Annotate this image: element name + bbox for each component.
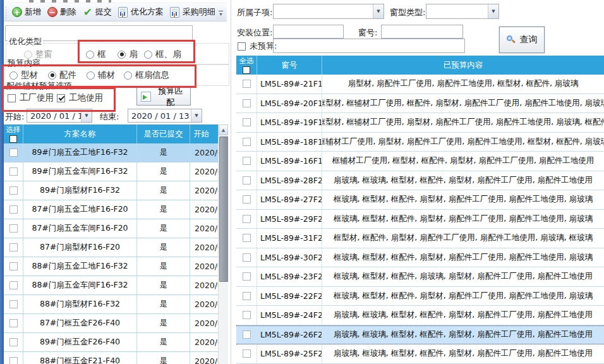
chevron-down-icon[interactable]: ▼: [373, 4, 384, 18]
plan-row[interactable]: 89#门扇型材F16-F32是2020/0: [4, 181, 218, 200]
window-row-select-cell: [236, 306, 257, 325]
row-checkbox[interactable]: [9, 338, 18, 346]
radio-option-auxiliary[interactable]: 辅材: [87, 70, 115, 81]
window-type-combo[interactable]: ▼: [426, 4, 499, 19]
window-row[interactable]: LM5L-89#-26F24扇玻璃, 框玻璃, 框型材, 框配件, 扇型材, 扇…: [236, 325, 604, 345]
radio-option-sash[interactable]: 扇: [118, 49, 138, 60]
row-checkbox[interactable]: [9, 243, 18, 252]
window-row[interactable]: LM5L-89#-16F15框辅材工厂使用, 框型材, 框配件, 扇型材, 扇配…: [236, 152, 604, 171]
plan-row[interactable]: 88#门扇五金工地F16-F32是2020/0: [4, 257, 218, 276]
window-row[interactable]: LM5L-89#-18F16框辅材工厂使用, 扇型材, 扇配件工厂使用, 扇配件…: [236, 133, 604, 152]
chevron-down-icon[interactable]: ▼: [191, 109, 202, 122]
budgeted-content-cell: 扇玻璃, 框玻璃, 框型材, 框配件, 扇型材, 扇配件工厂使用, 扇配件工地使…: [322, 326, 604, 344]
radio-option-frame-sash[interactable]: 框、扇: [144, 49, 181, 60]
start-date-picker[interactable]: 2020 / 01 / 1 ▼: [27, 109, 92, 123]
plan-row[interactable]: 89#门框五金F26-F40是2020/0: [4, 333, 218, 352]
row-checkbox[interactable]: [243, 234, 251, 242]
window-row[interactable]: LM5L-89#-25F23扇玻璃, 框玻璃, 框型材, 框配件, 扇型材, 扇…: [236, 344, 604, 364]
sub-item-combo[interactable]: ▼: [273, 4, 384, 19]
scroll-up-icon[interactable]: ▲: [219, 124, 228, 135]
row-checkbox[interactable]: [9, 224, 18, 233]
row-checkbox[interactable]: [243, 292, 251, 300]
budget-match-button[interactable]: 预算匹配: [136, 87, 191, 106]
window-row[interactable]: LM5L-89#-21F19扇型材, 扇配件工厂使用, 扇配件工地使用, 框型材…: [236, 75, 604, 94]
row-checkbox[interactable]: [243, 118, 251, 126]
window-row[interactable]: LM5L-89#-29F27框玻璃, 框型材, 框配件, 扇型材, 扇配件工厂使…: [236, 210, 604, 229]
delete-button[interactable]: − 删除: [45, 4, 79, 20]
plan-row[interactable]: 87#门框五金F26-F40是2020/0: [4, 314, 218, 333]
toolbar-overflow-button[interactable]: ▼: [216, 8, 226, 20]
row-checkbox[interactable]: [243, 215, 251, 223]
optimize-plan-button[interactable]: 优化方案: [116, 4, 166, 20]
plan-row[interactable]: 87#门扇五金工地F16-F20是2020/0: [4, 200, 218, 219]
window-row[interactable]: LM5L-89#-22F20框玻璃, 框型材, 框配件, 扇型材, 扇配件工厂使…: [236, 287, 604, 306]
row-checkbox[interactable]: [243, 253, 251, 262]
end-date-picker[interactable]: 2020 / 01 / 13 ▼: [128, 109, 202, 123]
window-row[interactable]: LM5L-89#-28F26扇玻璃, 框玻璃, 框型材, 框配件, 扇型材, 扇…: [236, 171, 604, 191]
submit-button[interactable]: ✔ 提交: [80, 4, 114, 20]
window-no-input[interactable]: [381, 25, 463, 39]
row-checkbox[interactable]: [243, 176, 251, 185]
row-checkbox[interactable]: [243, 311, 251, 319]
budgeted-content-cell: 框型材, 框配件, 扇型材, 扇配件工厂使用, 扇配件工地使用, 扇玻璃, 框玻…: [322, 229, 604, 248]
add-button[interactable]: + 新增: [9, 4, 44, 20]
row-checkbox[interactable]: [9, 281, 18, 289]
plan-row[interactable]: 87#门扇型材F16-F20是2020/0: [4, 238, 218, 257]
row-checkbox[interactable]: [243, 138, 251, 146]
row-checkbox[interactable]: [243, 80, 251, 88]
row-checkbox[interactable]: [9, 167, 18, 176]
row-checkbox[interactable]: [243, 195, 251, 203]
window-row[interactable]: LM5L-89#-20F18框型材, 框辅材工厂使用, 框配件, 扇型材, 扇配…: [236, 94, 604, 114]
row-checkbox[interactable]: [9, 262, 18, 270]
plan-row-select-cell: [4, 200, 23, 219]
checkbox-factory-use[interactable]: 工厂使用: [8, 92, 54, 104]
row-checkbox[interactable]: [243, 272, 251, 281]
radio-option-profile[interactable]: 型材: [9, 70, 38, 81]
row-checkbox[interactable]: [243, 349, 251, 358]
checkbox-no-budget[interactable]: 未预算:: [238, 40, 277, 52]
window-row[interactable]: LM5L-89#-23F21框玻璃, 框型材, 框配件, 扇玻璃, 扇型材, 扇…: [236, 267, 604, 287]
radio-option-accessory[interactable]: 配件: [48, 70, 76, 81]
chevron-down-icon[interactable]: ▼: [81, 109, 92, 122]
plan-row[interactable]: 89#门扇五金车间F16-F32是2020/0: [4, 162, 218, 181]
window-row[interactable]: LM5L-89#-27F25框玻璃, 框型材, 框配件, 扇型材, 扇配件工厂使…: [236, 190, 604, 210]
select-all-checkbox[interactable]: [243, 66, 250, 74]
window-row[interactable]: LM5L-89#-30F28框玻璃, 框型材, 框配件, 扇型材, 扇配件工厂使…: [236, 248, 604, 268]
plan-header-start[interactable]: 开始: [190, 124, 218, 143]
plan-row[interactable]: 88#门扇型材F16-F32是2020/0: [4, 295, 218, 314]
window-row[interactable]: LM5L-89#-31F29框型材, 框配件, 扇型材, 扇配件工厂使用, 扇配…: [236, 229, 604, 248]
radio-option-frame-sash-info[interactable]: 框扇信息: [124, 70, 169, 81]
row-checkbox[interactable]: [243, 157, 251, 165]
plan-header-submitted[interactable]: 是否已提交: [137, 124, 190, 143]
row-checkbox[interactable]: [243, 331, 251, 339]
plan-table-scrollbar[interactable]: ▲: [218, 124, 228, 364]
query-button[interactable]: 查询: [499, 27, 545, 53]
checkbox-site-use[interactable]: 工地使用: [57, 92, 103, 104]
plan-row[interactable]: 88#门框五金F21-F40是2020/0: [4, 352, 218, 364]
row-checkbox[interactable]: [9, 205, 18, 214]
row-checkbox[interactable]: [9, 300, 18, 308]
toolbar-grip-handle[interactable]: [6, 6, 6, 18]
radio-option-whole-window[interactable]: 整窗: [24, 49, 52, 60]
scroll-thumb[interactable]: [219, 136, 228, 282]
plan-header-name[interactable]: 方案名称: [23, 124, 137, 143]
row-checkbox[interactable]: [9, 149, 18, 157]
plan-row[interactable]: 87#门扇五金车间F16-F20是2020/0: [4, 219, 218, 238]
budget-header-content[interactable]: 已预算内容: [322, 56, 604, 75]
row-checkbox[interactable]: [9, 357, 18, 364]
row-checkbox[interactable]: [9, 186, 18, 195]
no-budget-input[interactable]: [273, 39, 465, 53]
plan-start-cell: 2020/0: [190, 181, 218, 200]
row-checkbox[interactable]: [243, 99, 251, 107]
install-position-input[interactable]: [273, 25, 344, 39]
plan-row[interactable]: 88#门扇五金车间F16-F32是2020/0: [4, 276, 218, 295]
chevron-down-icon[interactable]: ▼: [488, 4, 498, 18]
select-all-checkbox[interactable]: [9, 135, 17, 143]
window-row[interactable]: LM5L-89#-24F22扇玻璃, 框玻璃, 框型材, 框配件, 扇型材, 扇…: [236, 306, 604, 325]
budget-header-window-no[interactable]: 窗号: [257, 56, 322, 75]
window-row[interactable]: LM5L-89#-19F17框型材, 框辅材工厂使用, 扇型材, 扇配件工厂使用…: [236, 113, 604, 133]
row-checkbox[interactable]: [9, 319, 18, 327]
plan-row[interactable]: 89#门扇五金工地F16-F32是2020/0: [4, 143, 218, 162]
window-no-cell: LM5L-89#-28F26: [257, 171, 322, 190]
radio-option-frame[interactable]: 框: [86, 49, 106, 60]
